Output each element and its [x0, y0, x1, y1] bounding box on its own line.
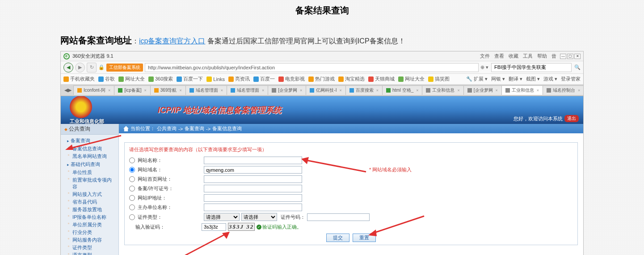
tree-item[interactable]: 网站服务内容 [61, 236, 118, 244]
radio-org[interactable] [129, 204, 135, 210]
radio-cert[interactable] [129, 214, 135, 220]
bookmark-item[interactable]: Links [206, 76, 225, 82]
bc-link[interactable]: 公共查询 [157, 125, 177, 132]
breadcrumb: 当前位置： 公共查询 -> 备案查询 -> 备案信息查询 [119, 124, 583, 133]
bookmark-item[interactable]: 网址大全 [118, 76, 145, 82]
select-cert-type2[interactable]: 请选择 [241, 213, 277, 221]
tree-item[interactable]: 行业分类 [61, 229, 118, 236]
tree-item[interactable]: 语言类型 [61, 251, 118, 255]
tree-item[interactable]: 单位性质 [61, 169, 118, 176]
tree-item[interactable]: 备案信息查询 [61, 145, 118, 153]
tree-item[interactable]: IP报备单位名称 [61, 213, 118, 221]
radio-domain[interactable] [129, 167, 135, 173]
input-ip[interactable] [204, 194, 302, 202]
input-domain[interactable] [204, 166, 302, 174]
bookmark-item[interactable]: 天猫商城 [368, 76, 395, 82]
bookmark-item[interactable]: 网址大全 [398, 76, 425, 82]
game-menu[interactable]: 游戏 ▾ [543, 76, 557, 82]
row-cert: 证件类型： 请选择 请选择 证件号码： [125, 212, 577, 222]
bookmark-item[interactable]: 百度一下 [177, 76, 203, 82]
input-homepage[interactable] [204, 175, 302, 183]
minimize-button[interactable]: — [560, 54, 566, 59]
bookmark-item[interactable]: 360搜索 [148, 76, 173, 82]
tree-item[interactable]: 前置审批或专项内容 [61, 176, 118, 191]
login-manager[interactable]: 登录管家 [561, 76, 581, 82]
sidebar: 公共查询 备案查询 备案信息查询 黑名单网站查询 基础代码查询 单位性质 前置审… [61, 124, 119, 255]
menu-tools[interactable]: 工具 [523, 53, 533, 60]
bookmark-item[interactable]: 亮资讯 [228, 76, 250, 82]
maximize-button[interactable]: ▢ [567, 54, 573, 59]
tab-active[interactable]: 工业和信息× [501, 85, 543, 95]
exit-button[interactable]: 退出 [564, 115, 579, 122]
translate-menu[interactable]: 翻译 ▾ [509, 76, 522, 82]
browser-title: 360安全浏览器 9.1 [72, 53, 480, 60]
input-cert-no[interactable] [307, 213, 370, 221]
tab[interactable]: 369导航× [150, 85, 186, 95]
menu-help[interactable]: 帮助 [537, 53, 547, 60]
radio-ip[interactable] [129, 195, 135, 201]
tree-group-query[interactable]: 备案查询 [61, 136, 118, 145]
tree-item[interactable]: 省市县代码 [61, 198, 118, 206]
select-cert-type1[interactable]: 请选择 [204, 213, 240, 221]
tab[interactable]: 百度搜索× [345, 85, 383, 95]
bookmark-item[interactable]: 百度一 [253, 76, 275, 82]
tab[interactable]: html 空格_× [382, 85, 423, 95]
radio-license[interactable] [129, 186, 135, 191]
home-icon[interactable] [123, 126, 129, 132]
tree-item[interactable]: 黑名单网站查询 [61, 153, 118, 160]
reload-button[interactable]: ↻ [87, 63, 97, 72]
close-button[interactable]: ✕ [574, 54, 581, 59]
bank-menu[interactable]: 网银 ▾ [491, 76, 505, 82]
tree-group-codes[interactable]: 基础代码查询 [61, 160, 118, 169]
tabs-back-icon[interactable]: ◀▶ [63, 87, 73, 93]
menu-view[interactable]: 查看 [494, 53, 504, 60]
tab[interactable]: 域名管理面× [185, 85, 227, 95]
url-input[interactable] [145, 63, 479, 72]
tab[interactable]: 域名管理面× [227, 85, 268, 95]
tab[interactable]: [企业梦网× [463, 85, 502, 95]
screenshot-menu[interactable]: 截图 ▾ [526, 76, 540, 82]
radio-homepage[interactable] [129, 176, 135, 182]
tab[interactable]: 亿网科技-I× [306, 85, 345, 95]
browser-window: 360安全浏览器 9.1 文件 查看 收藏 工具 帮助 曾 — ▢ ✕ ◀ ▶ … [60, 51, 584, 255]
input-org[interactable] [204, 204, 302, 211]
tree-item[interactable]: 证件类型 [61, 244, 118, 251]
bookmark-item[interactable]: 电竞影视 [278, 76, 305, 82]
row-captcha: 输入验证码： 3$3J 32 验证码输入正确。 [125, 222, 577, 232]
dropdown-icon[interactable]: ⊕ ▾ [480, 64, 488, 70]
titlebar-sep: 曾 [551, 53, 556, 60]
search-input[interactable] [491, 63, 572, 72]
ext-menu[interactable]: 🔧 扩展 ▾ [466, 76, 488, 82]
tab[interactable]: 域名控制台× [543, 85, 583, 95]
bookmark-item[interactable]: 搞笑图 [428, 76, 450, 82]
main-panel: 当前位置： 公共查询 -> 备案查询 -> 备案信息查询 请任选填写您所要查询的… [119, 124, 583, 255]
tree-item[interactable]: 单位所属分类 [61, 221, 118, 229]
sidebar-tree: 备案查询 备案信息查询 黑名单网站查询 基础代码查询 单位性质 前置审批或专项内… [61, 135, 118, 255]
intro-link[interactable]: icp备案查询官方入口 [139, 37, 205, 45]
submit-button[interactable]: 提交 [326, 234, 349, 242]
forward-button[interactable]: ▶ [75, 63, 85, 72]
radio-sitename[interactable] [129, 157, 135, 163]
back-button[interactable]: ◀ [63, 63, 73, 72]
tab[interactable]: [企业梦网× [268, 85, 306, 95]
input-sitename[interactable] [204, 157, 302, 164]
input-captcha[interactable] [202, 223, 226, 231]
bookmark-item[interactable]: 热门游戏 [308, 76, 335, 82]
bookmark-item[interactable]: 淘宝精选 [338, 76, 365, 82]
tab[interactable]: Iconfont-阿× [73, 85, 114, 95]
bc-link[interactable]: 备案查询 [185, 125, 204, 132]
bookmark-fav[interactable]: 手机收藏夹 [63, 76, 95, 82]
search-icon[interactable]: 🔍 [574, 64, 581, 70]
captcha-image[interactable]: 3$3J 32 [228, 223, 255, 231]
tab[interactable]: [icp备案]× [114, 85, 151, 95]
browser-logo-icon [63, 53, 70, 60]
menu-fav[interactable]: 收藏 [509, 53, 518, 60]
tree-item[interactable]: 网站接入方式 [61, 191, 118, 198]
tab[interactable]: 工业和信息× [422, 85, 463, 95]
menu-file[interactable]: 文件 [480, 53, 490, 60]
tree-item[interactable]: 服务器放置地 [61, 206, 118, 213]
bookmark-item[interactable]: 谷歌 [98, 76, 115, 82]
input-license[interactable] [204, 185, 302, 192]
row-domain: 网站域名： * 网站域名必须输入 [125, 165, 577, 174]
reset-button[interactable]: 重置 [353, 234, 376, 242]
